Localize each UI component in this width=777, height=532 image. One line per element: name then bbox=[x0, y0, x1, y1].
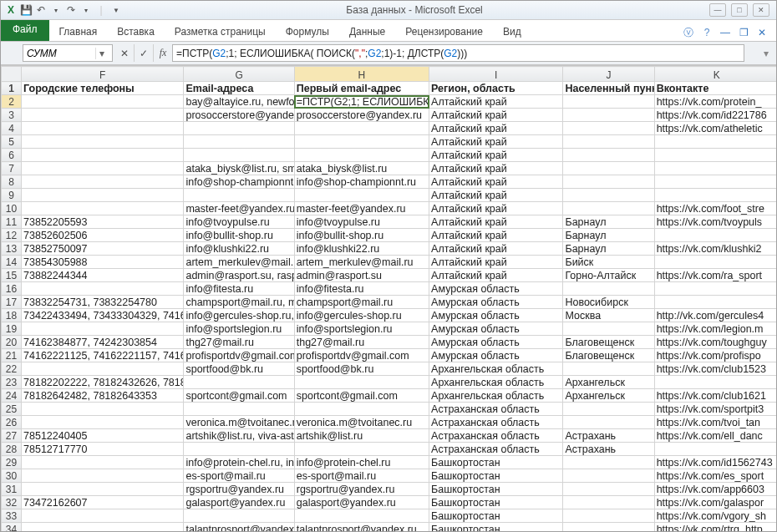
row-header[interactable]: 26 bbox=[2, 416, 22, 429]
cell[interactable]: thg27@mail.ru bbox=[294, 336, 429, 349]
row-header[interactable]: 29 bbox=[2, 456, 22, 469]
cell[interactable] bbox=[294, 443, 429, 456]
tab-view[interactable]: Вид bbox=[493, 23, 531, 41]
cell[interactable]: info@sportslegion.ru bbox=[184, 322, 294, 336]
cell[interactable] bbox=[184, 135, 294, 149]
row-header[interactable]: 25 bbox=[2, 403, 22, 416]
cell[interactable]: info@tvoypulse.ru bbox=[294, 215, 429, 229]
cell[interactable]: Башкортостан bbox=[429, 509, 563, 523]
cell[interactable] bbox=[654, 175, 776, 189]
cell[interactable]: sportfood@bk.ru bbox=[184, 362, 294, 376]
cell[interactable]: Барнаул bbox=[563, 242, 654, 256]
cell[interactable]: https://vk.com/ell_danc bbox=[654, 429, 776, 443]
cell[interactable]: Амурская область bbox=[429, 309, 563, 322]
cell[interactable]: https://vk.com/protein_ bbox=[654, 95, 776, 109]
cell[interactable] bbox=[22, 95, 184, 109]
cell[interactable] bbox=[22, 162, 184, 175]
col-header-G[interactable]: G bbox=[184, 67, 294, 82]
cell[interactable] bbox=[22, 523, 184, 532]
cell[interactable]: info@klushki22.ru bbox=[184, 242, 294, 256]
cell[interactable]: 78512717770 bbox=[22, 443, 184, 456]
cell[interactable]: https://vk.com/atheletic bbox=[654, 122, 776, 135]
cell[interactable]: info@tvoypulse.ru bbox=[184, 215, 294, 229]
row-header[interactable]: 1 bbox=[2, 82, 22, 95]
cell[interactable]: Алтайский край bbox=[429, 162, 563, 175]
row-header[interactable]: 6 bbox=[2, 149, 22, 162]
row-header[interactable]: 14 bbox=[2, 256, 22, 269]
cell[interactable]: veronica.m@tvoitanec.ru bbox=[294, 416, 429, 429]
cell[interactable] bbox=[563, 509, 654, 523]
col-header-K[interactable]: K bbox=[654, 67, 776, 82]
cell[interactable]: Башкортостан bbox=[429, 523, 563, 532]
cell[interactable]: Астрахань bbox=[563, 443, 654, 456]
tab-review[interactable]: Рецензирование bbox=[395, 23, 493, 41]
cell[interactable] bbox=[563, 469, 654, 483]
qat-dd-icon[interactable]: ▾ bbox=[49, 3, 63, 17]
cell[interactable] bbox=[294, 376, 429, 389]
header-cell[interactable]: Регион, область bbox=[429, 82, 563, 95]
cell[interactable]: Архангельская область bbox=[429, 362, 563, 376]
cell[interactable]: https://vk.com/rtrg, http bbox=[654, 523, 776, 532]
cell[interactable]: info@shop-championnt.ru bbox=[184, 175, 294, 189]
header-cell[interactable]: Email-адреса bbox=[184, 82, 294, 95]
cell[interactable]: https://vk.com/tvoi_tan bbox=[654, 416, 776, 429]
cell[interactable]: thg27@mail.ru bbox=[184, 336, 294, 349]
cell[interactable] bbox=[294, 122, 429, 135]
cell[interactable]: Благовещенск bbox=[563, 336, 654, 349]
cell[interactable] bbox=[563, 162, 654, 175]
cell[interactable]: Амурская область bbox=[429, 282, 563, 296]
row-header[interactable]: 18 bbox=[2, 309, 22, 322]
cell[interactable]: http://vk.com/gercules4 bbox=[654, 309, 776, 322]
cell[interactable] bbox=[22, 362, 184, 376]
cell[interactable]: 73882244344 bbox=[22, 269, 184, 282]
row-header[interactable]: 10 bbox=[2, 202, 22, 215]
tab-formulas[interactable]: Формулы bbox=[276, 23, 339, 41]
row-header[interactable]: 2 bbox=[2, 95, 22, 109]
row-header[interactable]: 20 bbox=[2, 336, 22, 349]
cell[interactable]: bay@altayice.ru, newform@int bbox=[184, 95, 294, 109]
cell[interactable]: rgsportru@yandex.ru bbox=[294, 483, 429, 496]
save-icon[interactable]: 💾 bbox=[19, 3, 33, 17]
cell[interactable] bbox=[654, 256, 776, 269]
cell[interactable] bbox=[22, 109, 184, 122]
doc-close-icon[interactable]: ✕ bbox=[756, 27, 768, 38]
cell[interactable] bbox=[654, 443, 776, 456]
cell[interactable]: https://vk.com/id1562743 bbox=[654, 456, 776, 469]
header-cell[interactable]: Первый email-адрес bbox=[294, 82, 429, 95]
cell[interactable]: info@protein-chel.ru bbox=[294, 456, 429, 469]
cell[interactable] bbox=[184, 509, 294, 523]
cell[interactable]: info@shop-championnt.ru bbox=[294, 175, 429, 189]
ribbon-minimize-icon[interactable]: ⓥ bbox=[683, 27, 694, 38]
cell[interactable]: prosoccerstore@yandex.ru bbox=[184, 109, 294, 122]
undo-icon[interactable]: ↶ bbox=[34, 3, 48, 17]
cell[interactable] bbox=[22, 122, 184, 135]
cell[interactable] bbox=[184, 149, 294, 162]
cell[interactable]: info@gercules-shop.ru, info@s bbox=[184, 309, 294, 322]
cell[interactable]: =ПСТР(G2;1; ЕСЛИОШИБКА( ПОИСК(",";G2;1)-… bbox=[294, 95, 429, 109]
cell[interactable]: 73854305988 bbox=[22, 256, 184, 269]
cell[interactable]: 73832254731, 73832254780 bbox=[22, 296, 184, 309]
row-header[interactable]: 23 bbox=[2, 376, 22, 389]
name-box[interactable]: ▾ bbox=[23, 44, 113, 62]
redo-icon[interactable]: ↷ bbox=[64, 3, 78, 17]
cell[interactable]: https://vk.com/es_sport bbox=[654, 469, 776, 483]
cell[interactable]: es-sport@mail.ru bbox=[294, 469, 429, 483]
cell[interactable] bbox=[654, 296, 776, 309]
cell[interactable] bbox=[654, 189, 776, 202]
cell[interactable]: galasport@yandex.ru bbox=[294, 496, 429, 509]
cell[interactable]: Астраханская область bbox=[429, 403, 563, 416]
name-box-input[interactable] bbox=[23, 48, 95, 59]
cell[interactable] bbox=[184, 376, 294, 389]
cell[interactable]: Амурская область bbox=[429, 296, 563, 309]
cell[interactable]: 73852602506 bbox=[22, 229, 184, 242]
cell[interactable] bbox=[563, 149, 654, 162]
fx-icon[interactable]: fx bbox=[153, 44, 172, 62]
tab-insert[interactable]: Вставка bbox=[107, 23, 165, 41]
cell[interactable]: info@protein-chel.ru, info@pro bbox=[184, 456, 294, 469]
cell[interactable]: Бийск bbox=[563, 256, 654, 269]
help-icon[interactable]: ? bbox=[701, 27, 713, 38]
row-header[interactable]: 27 bbox=[2, 429, 22, 443]
cell[interactable]: veronica.m@tvoitanec.ru bbox=[184, 416, 294, 429]
cell[interactable] bbox=[184, 189, 294, 202]
enter-formula-button[interactable]: ✓ bbox=[134, 44, 153, 62]
